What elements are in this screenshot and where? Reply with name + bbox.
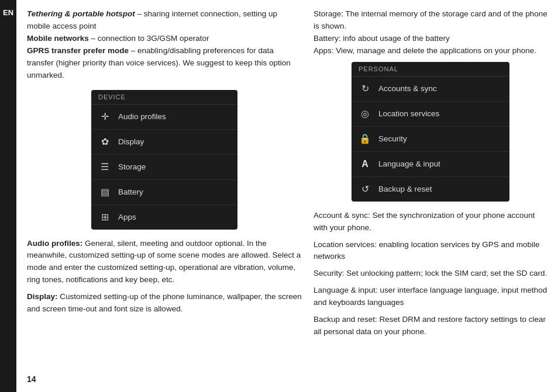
- location-services-icon: ◎: [359, 107, 371, 120]
- account-sync-bold: Account & sync:: [314, 211, 370, 220]
- storage-icon: ☰: [98, 161, 111, 174]
- security-bold: Security:: [314, 269, 345, 277]
- language-input-label: Language & input: [378, 159, 440, 168]
- apps-bold: Apps:: [314, 46, 334, 55]
- language-input-para: Language & input: user interface languag…: [314, 285, 547, 309]
- left-column: Tethering & portable hotspot – sharing i…: [27, 8, 302, 384]
- gprs-label: GPRS transfer prefer mode: [27, 46, 129, 55]
- apps-desc: View, manage and delete the applications…: [336, 46, 536, 55]
- security-icon: 🔒: [359, 133, 371, 145]
- personal-menu-header: PERSONAL: [352, 62, 509, 77]
- display-label: Display: [118, 137, 144, 146]
- location-services-bold: Location services:: [314, 240, 377, 249]
- battery-bold: Battery:: [314, 34, 341, 43]
- device-menu: DEVICE ✛ Audio profiles ✿ Display ☰ Stor…: [91, 90, 237, 230]
- personal-menu-item-location-services[interactable]: ◎ Location services: [352, 102, 509, 127]
- display-icon: ✿: [98, 136, 111, 148]
- device-menu-item-apps[interactable]: ⊞ Apps: [91, 205, 237, 230]
- battery-label: Battery: [118, 188, 143, 196]
- battery-icon: ▤: [98, 186, 111, 199]
- storage-desc: The internal memory of the storage card …: [314, 9, 547, 30]
- tethering-para: Tethering & portable hotspot – sharing i…: [27, 8, 302, 82]
- right-column: Storage: The internal memory of the stor…: [314, 8, 547, 384]
- display-desc: Customized setting-up of the phone lumin…: [27, 292, 302, 313]
- display-para: Display: Customized setting-up of the ph…: [27, 291, 302, 315]
- apps-icon: ⊞: [98, 211, 111, 224]
- accounts-sync-icon: ↻: [359, 82, 371, 95]
- storage-label: Storage: [118, 162, 146, 171]
- apps-label: Apps: [118, 213, 136, 221]
- audio-profiles-icon: ✛: [98, 110, 111, 123]
- mobile-label: Mobile networks: [27, 34, 89, 43]
- accounts-sync-label: Accounts & sync: [378, 84, 437, 93]
- personal-menu-item-accounts-sync[interactable]: ↻ Accounts & sync: [352, 77, 509, 102]
- device-menu-item-audio-profiles[interactable]: ✛ Audio profiles: [91, 105, 237, 130]
- personal-menu-item-security[interactable]: 🔒 Security: [352, 127, 509, 152]
- storage-para: Storage: The internal memory of the stor…: [314, 8, 547, 57]
- security-desc: Set unlocking pattern; lock the SIM card…: [346, 269, 547, 277]
- device-menu-header: DEVICE: [91, 90, 237, 105]
- personal-menu: PERSONAL ↻ Accounts & sync ◎ Location se…: [352, 62, 509, 202]
- audio-profiles-bold: Audio profiles:: [27, 239, 82, 248]
- en-text: EN: [3, 8, 13, 17]
- backup-reset-para: Backup and reset: Reset DRM and restore …: [314, 314, 547, 338]
- right-bottom-text: Account & sync: Set the synchronization …: [314, 210, 547, 338]
- tethering-label: Tethering & portable hotspot: [27, 9, 135, 18]
- battery-desc: info about usage of the battery: [343, 34, 449, 43]
- account-sync-para: Account & sync: Set the synchronization …: [314, 210, 547, 234]
- page-number: 14: [27, 374, 36, 384]
- audio-profiles-label: Audio profiles: [118, 112, 166, 121]
- security-para: Security: Set unlocking pattern; lock th…: [314, 268, 547, 280]
- personal-menu-item-backup-reset[interactable]: ↺ Backup & reset: [352, 177, 509, 202]
- storage-bold: Storage:: [314, 9, 343, 18]
- backup-reset-icon: ↺: [359, 183, 371, 196]
- location-services-para: Location services: enabling location ser…: [314, 239, 547, 263]
- en-label: EN: [0, 0, 16, 392]
- location-services-label: Location services: [378, 109, 439, 118]
- security-label: Security: [378, 134, 407, 143]
- display-bold: Display:: [27, 292, 58, 301]
- left-bottom-text: Audio profiles: General, silent, meeting…: [27, 238, 302, 316]
- device-menu-item-storage[interactable]: ☰ Storage: [91, 155, 237, 180]
- mobile-text: – connection to 3G/GSM operator: [91, 34, 209, 43]
- backup-reset-bold: Backup and reset:: [314, 315, 377, 324]
- device-menu-item-display[interactable]: ✿ Display: [91, 130, 237, 155]
- backup-reset-label: Backup & reset: [378, 185, 432, 193]
- language-input-icon: A: [359, 158, 371, 171]
- language-input-bold: Language & input:: [314, 286, 378, 294]
- device-menu-item-battery[interactable]: ▤ Battery: [91, 180, 237, 205]
- audio-profiles-para: Audio profiles: General, silent, meeting…: [27, 238, 302, 287]
- personal-menu-item-language-input[interactable]: A Language & input: [352, 152, 509, 177]
